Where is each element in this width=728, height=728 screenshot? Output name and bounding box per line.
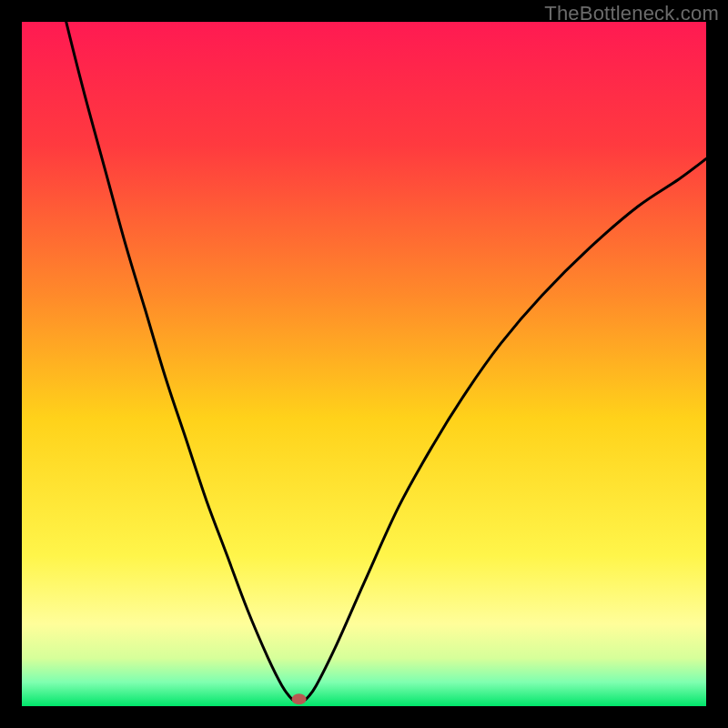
plot-area <box>22 22 706 706</box>
chart-frame: TheBottleneck.com <box>0 0 728 728</box>
optimal-point-marker <box>292 693 307 704</box>
watermark-text: TheBottleneck.com <box>544 2 719 25</box>
gradient-background <box>22 22 706 706</box>
bottleneck-chart <box>22 22 706 706</box>
